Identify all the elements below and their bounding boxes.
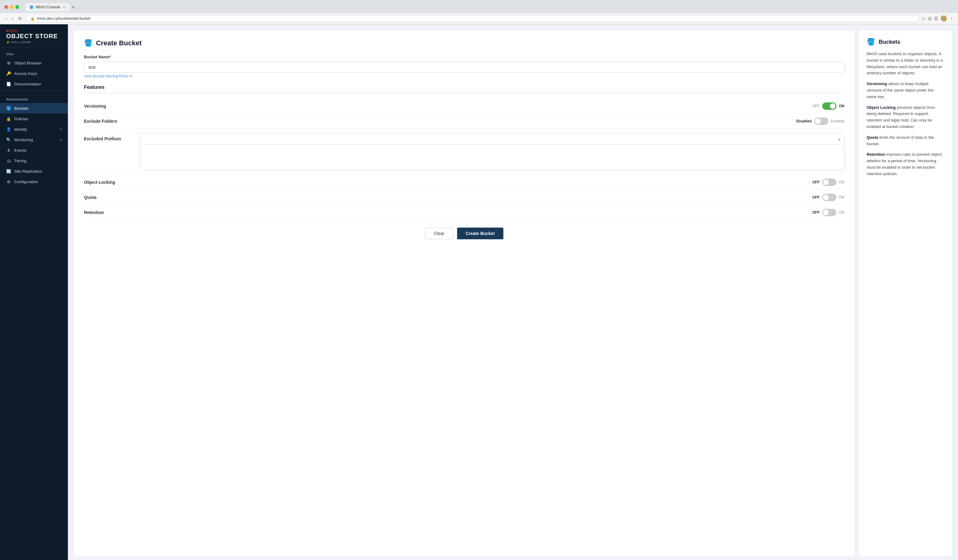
app-layout: MINIO OBJECT STORE ⚡ AGPL LICENSE User ⊞… <box>0 24 958 560</box>
sidebar-item-label: Events <box>14 148 27 153</box>
sidebar-item-documentation[interactable]: 📄 Documentation <box>0 79 68 89</box>
page-title: Create Bucket <box>96 39 142 47</box>
retention-label: Retention <box>84 210 812 215</box>
tab-title: MinIO Console <box>36 5 60 9</box>
info-retention: Retention imposes rules to prevent objec… <box>867 152 944 177</box>
object-browser-icon: ⊞ <box>6 60 11 65</box>
main-content: 🪣 Create Bucket Bucket Name* View Bucket… <box>68 24 958 560</box>
sidebar-item-object-browser[interactable]: ⊞ Object Browser <box>0 58 68 68</box>
sidebar-item-identity[interactable]: 👤 Identity ▾ <box>0 124 68 134</box>
object-locking-toggle[interactable] <box>822 179 836 186</box>
back-button[interactable]: ‹ <box>4 16 8 22</box>
info-object-locking: Object Locking prevents objects from bei… <box>867 104 944 130</box>
titlebar: 🪣 MinIO Console ✕ + <box>0 0 958 13</box>
new-tab-button[interactable]: + <box>71 4 75 10</box>
chevron-down-icon: ▾ <box>130 74 132 78</box>
create-bucket-panel: 🪣 Create Bucket Bucket Name* View Bucket… <box>74 30 854 556</box>
quota-toggle-group: OFF ON <box>812 194 844 201</box>
logo-license-text: AGPL LICENSE <box>11 41 31 44</box>
user-section-label: User <box>0 48 68 58</box>
ext-icon-1[interactable]: ⊡ <box>928 16 932 21</box>
versioning-strong: Versioning <box>867 81 887 86</box>
tab-favicon: 🪣 <box>30 6 33 9</box>
refresh-button[interactable]: ↻ <box>17 16 23 22</box>
sidebar-item-configuration[interactable]: ⚙ Configuration <box>0 176 68 187</box>
quota-on-label: ON <box>839 195 844 199</box>
ext-icon-2[interactable]: ☰ <box>934 16 938 21</box>
sidebar-item-policies[interactable]: 🔒 Policies <box>0 114 68 124</box>
sidebar-item-label: Documentation <box>14 82 41 86</box>
sidebar-item-label: Monitoring <box>14 138 33 142</box>
tab-bar: 🪣 MinIO Console ✕ + <box>25 3 944 11</box>
versioning-toggle-group: OFF ON <box>812 102 844 110</box>
maximize-button[interactable] <box>16 5 19 9</box>
address-bar[interactable]: 🔒 minio.aka.cy/buckets/add-bucket <box>25 15 919 22</box>
excluded-prefixes-label: Excluded Prefixes <box>84 133 140 141</box>
sidebar-item-events[interactable]: λ Events <box>0 145 68 155</box>
admin-section-label: Administrator <box>0 93 68 103</box>
traffic-lights <box>4 5 19 9</box>
bookmark-icon[interactable]: ☆ <box>922 16 926 21</box>
info-panel: 🪣 Buckets MinIO uses buckets to organize… <box>859 30 952 556</box>
versioning-label: Versioning <box>84 104 812 109</box>
quota-toggle[interactable] <box>822 194 836 201</box>
excluded-prefix-input[interactable] <box>140 133 844 145</box>
sidebar-item-access-keys[interactable]: 🔑 Access Keys <box>0 68 68 79</box>
sidebar-item-label: Configuration <box>14 179 38 184</box>
bucket-name-label: Bucket Name* <box>84 55 844 59</box>
info-versioning: Versioning allows to keep multiple versi… <box>867 81 944 100</box>
bucket-name-group: Bucket Name* View Bucket Naming Rules ▾ <box>84 55 844 78</box>
exclude-folders-label: Exclude Folders <box>84 119 796 123</box>
menu-icon[interactable]: ⋮ <box>949 16 954 21</box>
features-title: Features <box>84 84 844 93</box>
sidebar-item-buckets[interactable]: 🪣 Buckets <box>0 103 68 114</box>
bucket-name-input[interactable] <box>84 62 844 73</box>
clear-button[interactable]: Clear <box>425 228 453 239</box>
versioning-toggle[interactable] <box>822 102 836 110</box>
minimize-button[interactable] <box>10 5 14 9</box>
identity-icon: 👤 <box>6 127 11 132</box>
sidebar-item-site-replication[interactable]: 🔄 Site Replication <box>0 166 68 176</box>
info-title: Buckets <box>879 39 900 45</box>
browser-window: 🪣 MinIO Console ✕ + ‹ › ↻ 🔒 minio.aka.cy… <box>0 0 958 560</box>
create-bucket-button[interactable]: Create Bucket <box>457 228 503 239</box>
sidebar-item-monitoring[interactable]: 🔍 Monitoring ▾ <box>0 134 68 145</box>
info-header: 🪣 Buckets <box>867 38 944 46</box>
versioning-off-label: OFF <box>812 104 820 108</box>
url-text: minio.aka.cy/buckets/add-bucket <box>37 16 90 21</box>
info-quota: Quota limits the amount of data in the b… <box>867 134 944 147</box>
info-para1: MinIO uses buckets to organize objects. … <box>867 51 944 76</box>
tab-close-button[interactable]: ✕ <box>63 5 65 9</box>
exclude-folders-row: Exclude Folders Disabled Enabled <box>84 114 844 129</box>
monitoring-expand-icon: ▾ <box>60 138 62 142</box>
retention-toggle-group: OFF ON <box>812 209 844 216</box>
sidebar-item-label: Site Replication <box>14 169 42 174</box>
exclude-folders-toggle[interactable] <box>814 117 828 125</box>
naming-rules-link[interactable]: View Bucket Naming Rules ▾ <box>84 74 844 78</box>
add-prefix-button[interactable]: + <box>837 137 841 143</box>
active-tab[interactable]: 🪣 MinIO Console ✕ <box>25 3 70 11</box>
configuration-icon: ⚙ <box>6 179 11 184</box>
logo-product: OBJECT STORE <box>6 33 62 40</box>
profile-icon[interactable] <box>941 16 947 22</box>
quota-off-label: OFF <box>812 195 820 199</box>
sidebar-item-label: Tiering <box>14 158 26 163</box>
object-locking-off-label: OFF <box>812 180 820 184</box>
panel-header: 🪣 Create Bucket <box>84 39 844 47</box>
buckets-icon: 🪣 <box>6 106 11 111</box>
sidebar-item-tiering[interactable]: 🗂 Tiering <box>0 155 68 166</box>
object-locking-row: Object Locking OFF ON <box>84 175 844 190</box>
identity-expand-icon: ▾ <box>60 128 62 131</box>
excluded-prefixes-row: Excluded Prefixes + <box>84 129 844 175</box>
object-locking-strong: Object Locking <box>867 105 896 110</box>
policies-icon: 🔒 <box>6 116 11 121</box>
sidebar-item-label: Object Browser <box>14 61 42 65</box>
retention-toggle[interactable] <box>822 209 836 216</box>
button-row: Clear Create Bucket <box>84 228 844 239</box>
browser-toolbar: ‹ › ↻ 🔒 minio.aka.cy/buckets/add-bucket … <box>0 13 958 24</box>
forward-button[interactable]: › <box>11 16 15 22</box>
events-icon: λ <box>6 148 11 153</box>
close-button[interactable] <box>4 5 8 9</box>
retention-row: Retention OFF ON <box>84 205 844 220</box>
quota-strong: Quota <box>867 135 879 140</box>
